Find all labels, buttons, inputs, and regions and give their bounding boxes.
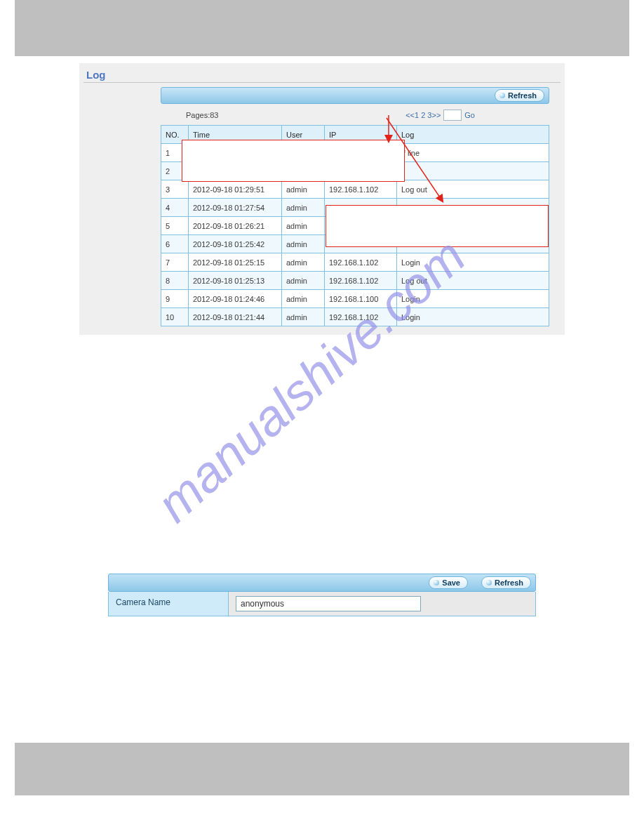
- refresh-label: Refresh: [495, 578, 523, 587]
- cell-log: Login: [397, 308, 549, 326]
- cell-no: 6: [161, 235, 189, 253]
- refresh-label: Refresh: [508, 91, 537, 100]
- svg-line-1: [387, 118, 441, 199]
- cell-no: 10: [161, 308, 189, 326]
- refresh-button[interactable]: Refresh: [481, 576, 531, 589]
- cell-log: Log out: [397, 272, 549, 290]
- table-row: 7 2012-09-18 01:25:15 admin 192.168.1.10…: [161, 253, 549, 272]
- cell-no: 5: [161, 217, 189, 235]
- cell-time: 2012-09-18 01:21:44: [189, 308, 282, 326]
- cell-time: 2012-09-18 01:26:21: [189, 217, 282, 235]
- refresh-icon: [499, 93, 505, 98]
- table-row: 10 2012-09-18 01:21:44 admin 192.168.1.1…: [161, 308, 549, 326]
- cell-time: 2012-09-18 01:24:46: [189, 290, 282, 308]
- log-section: Log Refresh Pages:83 <<1 2 3>> Go NO. Ti…: [79, 63, 565, 335]
- divider: [83, 82, 561, 83]
- cell-user: admin: [282, 199, 325, 217]
- cell-ip: 192.168.1.100: [325, 290, 397, 308]
- refresh-icon: [486, 580, 492, 585]
- cell-no: 3: [161, 180, 189, 199]
- refresh-button[interactable]: Refresh: [495, 89, 544, 102]
- cell-user: admin: [282, 308, 325, 326]
- table-row: 8 2012-09-18 01:25:13 admin 192.168.1.10…: [161, 272, 549, 290]
- cell-user: admin: [282, 180, 325, 199]
- page-footer-band: [15, 743, 629, 795]
- cell-user: admin: [282, 235, 325, 253]
- cell-ip: 192.168.1.102: [325, 308, 397, 326]
- log-panel: Refresh Pages:83 <<1 2 3>> Go NO. Time U…: [161, 87, 549, 326]
- cell-ip: 192.168.1.102: [325, 253, 397, 272]
- camera-name-field-wrap: [229, 592, 535, 616]
- cell-user: admin: [282, 217, 325, 235]
- save-label: Save: [442, 578, 460, 587]
- save-icon: [434, 580, 439, 585]
- cell-no: 7: [161, 253, 189, 272]
- cell-ip: 192.168.1.102: [325, 272, 397, 290]
- section-title: Log: [86, 69, 561, 81]
- table-row: 9 2012-09-18 01:24:46 admin 192.168.1.10…: [161, 290, 549, 308]
- cell-log: Login: [397, 253, 549, 272]
- cell-log: Login: [397, 290, 549, 308]
- camera-name-panel: Save Refresh Camera Name: [108, 574, 536, 616]
- pages-count: Pages:83: [186, 111, 218, 119]
- annotation-arrow-right: [385, 117, 511, 208]
- cell-time: 2012-09-18 01:27:54: [189, 199, 282, 217]
- log-toolbar: Refresh: [161, 87, 549, 104]
- cell-no: 9: [161, 290, 189, 308]
- cell-time: 2012-09-18 01:29:51: [189, 180, 282, 199]
- cell-user: admin: [282, 290, 325, 308]
- cell-no: 8: [161, 272, 189, 290]
- cell-time: 2012-09-18 01:25:13: [189, 272, 282, 290]
- save-button[interactable]: Save: [429, 576, 468, 589]
- cell-user: admin: [282, 272, 325, 290]
- cell-no: 4: [161, 199, 189, 217]
- annotation-redbox-left: [182, 140, 405, 182]
- annotation-redbox-right: [326, 205, 549, 247]
- page-header-band: [15, 0, 629, 56]
- camera-name-row: Camera Name: [108, 592, 536, 616]
- cell-time: 2012-09-18 01:25:15: [189, 253, 282, 272]
- cell-time: 2012-09-18 01:25:42: [189, 235, 282, 253]
- camera-name-label: Camera Name: [109, 592, 229, 616]
- camera-name-input[interactable]: [236, 596, 421, 611]
- camera-toolbar: Save Refresh: [108, 574, 536, 592]
- cell-user: admin: [282, 253, 325, 272]
